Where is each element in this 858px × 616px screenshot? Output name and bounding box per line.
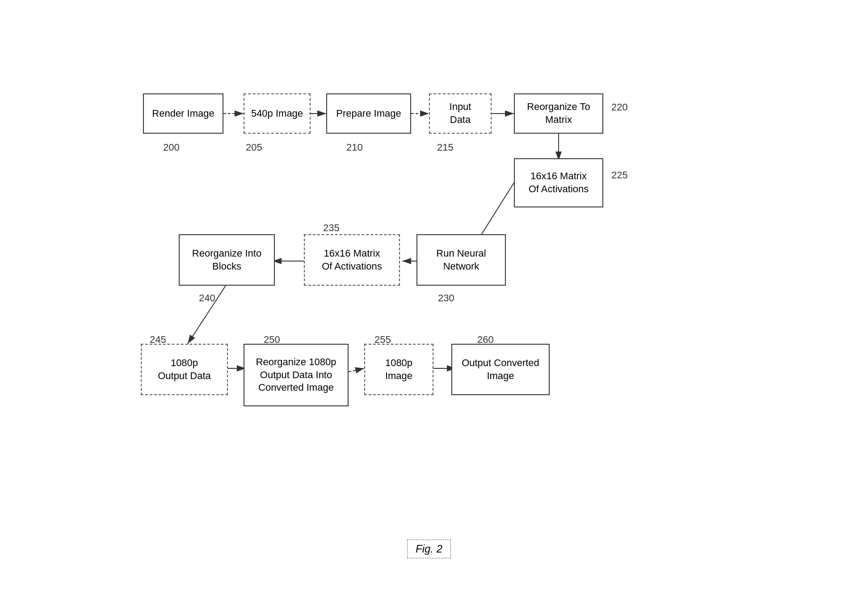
reorganize-to-matrix-box: Reorganize ToMatrix: [514, 93, 603, 134]
label-200: 200: [163, 142, 180, 153]
reorganize-to-matrix-label: Reorganize ToMatrix: [527, 101, 590, 126]
figure-caption-text: Fig. 2: [416, 543, 442, 555]
render-image-box: Render Image: [143, 93, 223, 134]
label-220: 220: [611, 101, 628, 113]
figure-caption: Fig. 2: [407, 540, 451, 558]
prepare-image-box: Prepare Image: [326, 93, 411, 134]
16x16-matrix-mid-label: 16x16 MatrixOf Activations: [322, 247, 382, 273]
output-converted-image-label: Output ConvertedImage: [462, 357, 539, 382]
16x16-matrix-top-label: 16x16 MatrixOf Activations: [529, 170, 589, 195]
reorganize-1080p-box: Reorganize 1080pOutput Data IntoConverte…: [244, 344, 349, 406]
output-converted-image-box: Output ConvertedImage: [451, 344, 550, 395]
16x16-matrix-top-box: 16x16 MatrixOf Activations: [514, 158, 603, 207]
label-210: 210: [346, 142, 363, 153]
render-image-label: Render Image: [152, 107, 214, 120]
1080p-image-box: 1080pImage: [364, 344, 433, 395]
1080p-output-data-box: 1080pOutput Data: [141, 344, 228, 395]
label-260: 260: [477, 334, 494, 346]
diagram-container: Render Image 200 540p Image 205 Prepare …: [116, 40, 742, 576]
run-neural-network-label: Run NeuralNetwork: [436, 247, 486, 273]
input-data-label: InputData: [450, 101, 471, 126]
1080p-image-label: 1080pImage: [385, 357, 412, 382]
label-215: 215: [437, 142, 454, 153]
run-neural-network-box: Run NeuralNetwork: [416, 234, 506, 286]
label-205: 205: [246, 142, 262, 153]
540p-image-label: 540p Image: [251, 107, 303, 120]
label-225: 225: [611, 169, 628, 181]
540p-image-box: 540p Image: [244, 93, 311, 134]
label-235: 235: [323, 222, 340, 234]
label-250: 250: [264, 334, 280, 346]
prepare-image-label: Prepare Image: [336, 107, 401, 120]
reorganize-into-blocks-box: Reorganize IntoBlocks: [179, 234, 275, 286]
input-data-box: InputData: [429, 93, 492, 134]
reorganize-into-blocks-label: Reorganize IntoBlocks: [192, 247, 261, 273]
16x16-matrix-mid-box: 16x16 MatrixOf Activations: [304, 234, 400, 286]
1080p-output-data-label: 1080pOutput Data: [158, 357, 211, 382]
label-230: 230: [438, 292, 454, 304]
label-245: 245: [150, 334, 166, 346]
label-240: 240: [199, 292, 215, 304]
reorganize-1080p-label: Reorganize 1080pOutput Data IntoConverte…: [256, 356, 336, 394]
label-255: 255: [374, 334, 391, 346]
